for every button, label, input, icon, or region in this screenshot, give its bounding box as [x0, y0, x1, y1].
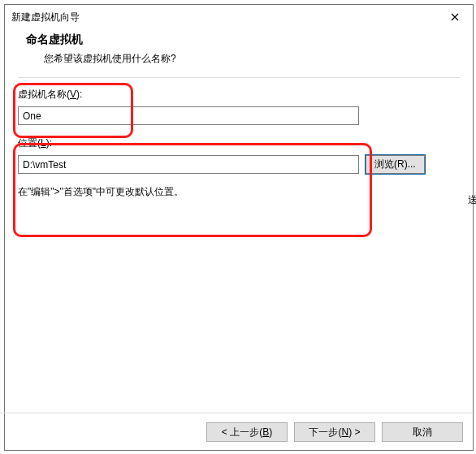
cancel-button[interactable]: 取消 [382, 422, 463, 442]
header-area: 命名虚拟机 您希望该虚拟机使用什么名称? [5, 29, 473, 78]
close-button[interactable] [437, 5, 473, 29]
divider [0, 413, 473, 413]
close-icon [451, 13, 459, 21]
page-heading: 命名虚拟机 [26, 32, 460, 47]
title-bar: 新建虚拟机向导 [5, 5, 473, 29]
back-button[interactable]: < 上一步(B) [206, 422, 288, 442]
wizard-dialog: 新建虚拟机向导 命名虚拟机 您希望该虚拟机使用什么名称? 虚拟机名称(V): 位… [4, 4, 474, 451]
divider [18, 77, 460, 78]
vm-name-input[interactable] [18, 106, 359, 125]
form-area: 虚拟机名称(V): 位置(L): 浏览(R)... 在"编辑">"首选项"中可更… [5, 88, 473, 199]
browse-button[interactable]: 浏览(R)... [366, 155, 425, 174]
button-bar: < 上一步(B) 下一步(N) > 取消 [206, 422, 463, 442]
vm-name-label: 虚拟机名称(V): [18, 88, 460, 102]
window-title: 新建虚拟机向导 [11, 11, 80, 24]
location-hint: 在"编辑">"首选项"中可更改默认位置。 [18, 185, 460, 199]
location-input[interactable] [18, 155, 359, 174]
next-button[interactable]: 下一步(N) > [294, 422, 375, 442]
background-text: 送 [468, 193, 476, 207]
location-label: 位置(L): [18, 136, 460, 150]
page-subtitle: 您希望该虚拟机使用什么名称? [44, 52, 460, 66]
